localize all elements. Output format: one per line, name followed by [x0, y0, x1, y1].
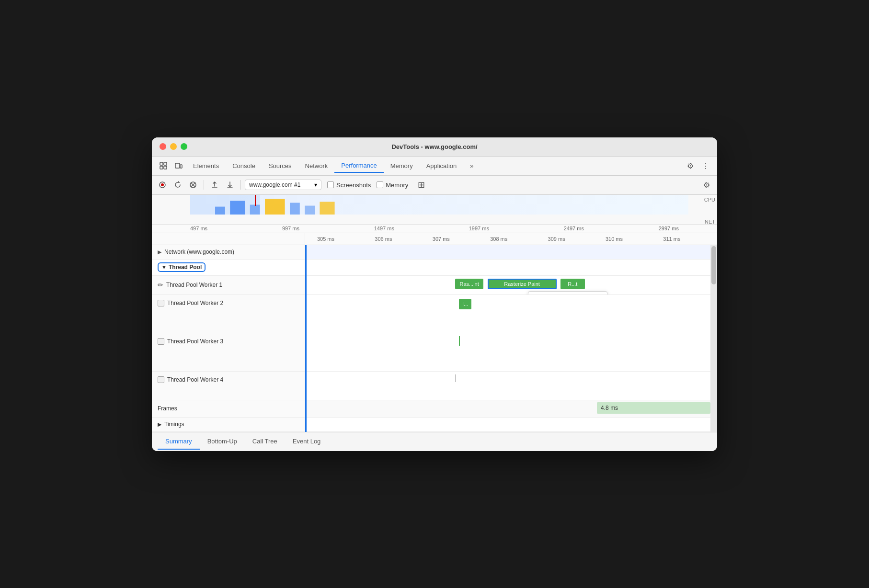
capture-settings-icon[interactable]: ⊞ — [418, 180, 425, 190]
task-i[interactable]: I... — [459, 299, 471, 309]
task-tick — [455, 374, 456, 382]
traffic-lights — [160, 143, 187, 150]
edit-icon[interactable]: ✏ — [158, 281, 163, 289]
network-track-label-text: Network (www.google.com) — [164, 249, 234, 255]
toolbar-gear-icon[interactable]: ⚙ — [700, 178, 713, 192]
frames-label: Frames — [152, 400, 305, 417]
network-track-canvas[interactable] — [305, 245, 710, 259]
more-options-icon[interactable]: ⋮ — [698, 158, 713, 173]
svg-rect-2 — [160, 166, 163, 169]
profile-selector[interactable]: www.google.com #1 ▾ — [245, 180, 321, 190]
ts-2: 997 ms — [282, 226, 299, 231]
task-ras-int[interactable]: Ras...int — [455, 279, 483, 289]
scrollbar-thumb[interactable] — [711, 246, 716, 284]
screenshots-checkbox[interactable]: Screenshots — [327, 181, 371, 189]
tab-sources[interactable]: Sources — [262, 159, 298, 172]
tab-bar: Elements Console Sources Network Perform… — [152, 157, 717, 176]
download-button[interactable] — [223, 178, 237, 192]
tab-call-tree[interactable]: Call Tree — [245, 434, 285, 450]
tab-application[interactable]: Application — [420, 159, 464, 172]
svg-rect-17 — [320, 202, 334, 215]
memory-checkbox[interactable]: Memory — [377, 181, 408, 189]
tab-console[interactable]: Console — [226, 159, 262, 172]
thread-pool-outline[interactable]: ▼ Thread Pool — [158, 262, 206, 272]
memory-label: Memory — [386, 181, 408, 189]
tick-308: 308 ms — [490, 236, 507, 242]
thread-pool-canvas[interactable] — [305, 260, 710, 275]
divider-2 — [240, 180, 241, 190]
tab-event-log[interactable]: Event Log — [285, 434, 329, 450]
minimize-button[interactable] — [170, 143, 177, 150]
worker-1-row: ✏ Thread Pool Worker 1 Ras...int Rasteri… — [152, 276, 710, 295]
tab-performance[interactable]: Performance — [334, 159, 383, 173]
svg-rect-16 — [305, 205, 315, 214]
overview-timeline[interactable]: CPU NET — [152, 195, 717, 224]
inspect-icon[interactable] — [156, 158, 171, 173]
tick-310: 310 ms — [606, 236, 623, 242]
worker-2-canvas[interactable]: I... — [305, 295, 710, 333]
timings-row: ▶ Timings — [152, 418, 710, 432]
task-rt[interactable]: R...t — [560, 279, 585, 289]
worker-4-canvas[interactable] — [305, 372, 710, 400]
thread-pool-expand-icon[interactable]: ▼ — [161, 264, 167, 270]
svg-rect-3 — [164, 166, 167, 169]
right-scrollbar[interactable] — [710, 245, 717, 432]
clear-button[interactable] — [186, 178, 200, 192]
worker-3-label-text: Thread Pool Worker 3 — [167, 338, 223, 345]
record-button[interactable] — [156, 178, 169, 192]
thread-pool-label: ▼ Thread Pool — [152, 260, 305, 275]
window-title: DevTools - www.google.com/ — [391, 143, 477, 150]
svg-rect-4 — [175, 163, 180, 168]
tab-elements[interactable]: Elements — [186, 159, 226, 172]
tab-memory[interactable]: Memory — [384, 159, 420, 172]
checkbox-group: Screenshots Memory ⊞ — [327, 180, 425, 190]
tick-311: 311 ms — [663, 236, 680, 242]
chevron-down-icon: ▾ — [314, 181, 317, 188]
performance-toolbar: www.google.com #1 ▾ Screenshots Memory ⊞… — [152, 176, 717, 195]
tick-305: 305 ms — [317, 236, 334, 242]
tick-307: 307 ms — [433, 236, 450, 242]
screenshots-label: Screenshots — [336, 181, 371, 189]
ruler-label-area — [152, 233, 305, 245]
settings-icon[interactable]: ⚙ — [683, 158, 698, 173]
svg-rect-1 — [164, 162, 167, 165]
frames-canvas[interactable]: 4.8 ms — [305, 400, 710, 417]
upload-button[interactable] — [208, 178, 221, 192]
screenshots-checkbox-box[interactable] — [327, 181, 334, 188]
device-toggle-icon[interactable] — [171, 158, 186, 173]
worker-4-label: Thread Pool Worker 4 — [152, 372, 305, 400]
worker-3-row: Thread Pool Worker 3 — [152, 333, 710, 372]
thread-pool-row: ▼ Thread Pool — [152, 260, 710, 276]
timings-label-text: Timings — [164, 421, 184, 428]
track-area-wrapper: ▶ Network (www.google.com) ▼ Thread Pool — [152, 245, 717, 432]
close-button[interactable] — [160, 143, 166, 150]
worker-1-label-text: Thread Pool Worker 1 — [166, 282, 222, 288]
tick-309: 309 ms — [548, 236, 565, 242]
ts-5: 2497 ms — [564, 226, 584, 231]
tab-more[interactable]: » — [463, 159, 480, 172]
frames-block-label: 4.8 ms — [601, 405, 618, 411]
maximize-button[interactable] — [181, 143, 187, 150]
network-group-icon: ▶ — [158, 249, 161, 255]
worker-1-canvas[interactable]: Ras...int Rasterize Paint R...t 1.11 ms … — [305, 276, 710, 294]
worker-2-row: Thread Pool Worker 2 I... — [152, 295, 710, 333]
timeline-cursor — [305, 245, 307, 432]
tab-network[interactable]: Network — [298, 159, 335, 172]
svg-rect-0 — [160, 162, 163, 165]
network-track-row: ▶ Network (www.google.com) — [152, 245, 710, 260]
memory-checkbox-box[interactable] — [377, 181, 383, 188]
task-rasterize-paint[interactable]: Rasterize Paint — [488, 279, 557, 289]
task-thin[interactable] — [459, 336, 460, 346]
tab-bottom-up[interactable]: Bottom-Up — [200, 434, 245, 450]
reload-button[interactable] — [171, 178, 184, 192]
rasterize-paint-tooltip: 1.11 ms Rasterize Paint — [528, 291, 607, 294]
tab-summary[interactable]: Summary — [158, 434, 200, 450]
worker-3-canvas[interactable] — [305, 333, 710, 371]
timings-canvas[interactable] — [305, 418, 710, 431]
timings-expand-icon[interactable]: ▶ — [158, 421, 161, 428]
frames-block[interactable]: 4.8 ms — [597, 402, 710, 414]
ts-6: 2997 ms — [659, 226, 679, 231]
tick-306: 306 ms — [375, 236, 392, 242]
bottom-tab-bar: Summary Bottom-Up Call Tree Event Log — [152, 432, 717, 451]
main-content: 305 ms 306 ms 307 ms 308 ms 309 ms 310 m… — [152, 233, 717, 451]
